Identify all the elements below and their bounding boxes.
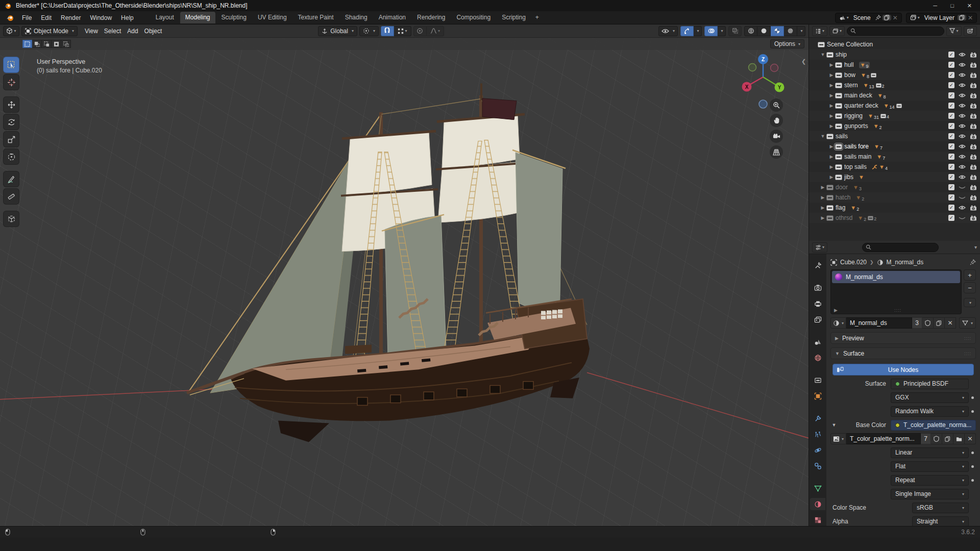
alpha-dropdown[interactable]: Straight▾ <box>912 516 969 527</box>
duplicate-material-icon[interactable] <box>934 317 945 329</box>
annotate-tool[interactable] <box>4 171 19 187</box>
new-scene-icon[interactable] <box>883 15 891 20</box>
expand-arrow-icon[interactable]: ▶ <box>820 195 826 200</box>
expand-arrow-icon[interactable]: ▶ <box>828 113 835 118</box>
slot-list-grip[interactable]: :::: <box>894 308 901 313</box>
tab-scripting[interactable]: Scripting <box>497 12 531 23</box>
expand-arrow-icon[interactable]: ▶ <box>828 93 835 98</box>
breadcrumb-object[interactable]: Cube.020 <box>840 259 867 266</box>
overlays-dropdown[interactable]: ▾ <box>718 26 726 36</box>
outliner-item-label[interactable]: sails main <box>844 153 871 160</box>
tab-render[interactable] <box>810 282 825 294</box>
outliner-item-label[interactable]: rigging <box>844 112 863 119</box>
selectable-checkbox[interactable]: ✓ <box>948 184 954 190</box>
use-nodes-button[interactable]: Use Nodes <box>832 364 974 375</box>
hide-viewport-icon-open[interactable] <box>959 205 966 210</box>
move-tool[interactable] <box>4 97 19 112</box>
add-cube-tool[interactable] <box>4 211 19 227</box>
pivot-point-dropdown[interactable]: ▾ <box>359 26 379 36</box>
disable-render-icon[interactable] <box>970 164 977 170</box>
hide-viewport-icon-open[interactable] <box>959 144 966 149</box>
options-button[interactable]: Options▾ <box>770 39 804 48</box>
outliner-item-label[interactable]: quarter deck <box>844 102 878 109</box>
disable-render-icon[interactable] <box>970 103 977 109</box>
outliner-row-sails[interactable]: ▼sails✓ <box>809 131 980 141</box>
expand-arrow-icon[interactable]: ▶ <box>828 144 835 149</box>
surface-panel-header[interactable]: ▼ Surface :::: <box>830 347 976 359</box>
region-collapse-arrow[interactable]: ❮ <box>801 58 806 65</box>
interpolation-animate-dot[interactable] <box>971 452 974 454</box>
menu-window[interactable]: Window <box>85 13 116 23</box>
select-mode-new-button[interactable] <box>22 40 32 48</box>
outliner-item-label[interactable]: bow <box>844 71 855 79</box>
select-mode-extend-button[interactable] <box>32 40 42 48</box>
tab-modifiers[interactable] <box>810 412 825 424</box>
selectable-checkbox[interactable]: ✓ <box>948 103 954 109</box>
menu-view[interactable]: View <box>82 27 101 36</box>
pan-button[interactable] <box>770 114 783 127</box>
overlays-toggle[interactable] <box>704 26 718 36</box>
hide-viewport-icon-open[interactable] <box>959 72 966 78</box>
disable-render-icon[interactable] <box>970 134 977 139</box>
scene-icon[interactable]: ▾ <box>838 14 850 21</box>
expand-arrow-icon[interactable]: ▶ <box>828 174 835 180</box>
shading-wireframe-button[interactable] <box>744 26 757 36</box>
select-mode-subtract-button[interactable] <box>42 40 52 48</box>
outliner-row-gunports[interactable]: ▶gunports▼2✓ <box>809 121 980 131</box>
material-name-field[interactable]: M_normal_ds <box>846 317 912 329</box>
xray-toggle[interactable] <box>728 26 742 36</box>
snap-toggle[interactable] <box>381 26 394 36</box>
rotate-tool[interactable] <box>4 114 19 130</box>
browse-image-button[interactable]: ▾ <box>830 433 846 444</box>
disable-render-icon[interactable] <box>970 113 977 119</box>
unlink-image-icon[interactable]: ✕ <box>965 433 976 444</box>
outliner-item-label[interactable]: main deck <box>844 92 872 99</box>
material-slot-list[interactable]: M_normal_ds ▶ :::: <box>830 269 962 314</box>
selectable-checkbox[interactable]: ✓ <box>948 72 954 78</box>
expand-arrow-icon[interactable]: ▶ <box>828 83 835 88</box>
outliner-editor-type-button[interactable]: ▾ <box>812 26 827 36</box>
tab-object-data[interactable] <box>810 482 825 494</box>
navigation-gizmo[interactable]: Z X Y <box>735 49 791 110</box>
expand-arrow-icon[interactable]: ▶ <box>820 215 826 220</box>
expand-arrow-icon[interactable]: ▼ <box>820 52 826 57</box>
tab-texture[interactable] <box>810 514 825 526</box>
cursor-tool[interactable] <box>4 74 19 90</box>
new-collection-button[interactable] <box>964 26 977 36</box>
distribution-animate-dot[interactable] <box>971 396 974 399</box>
properties-options-dropdown[interactable]: ▾ <box>974 244 977 250</box>
expand-arrow-icon[interactable]: ▶ <box>820 185 826 190</box>
tab-rendering[interactable]: Rendering <box>412 12 450 23</box>
outliner-row-sails-fore[interactable]: ▶sails fore▼7✓ <box>809 141 980 152</box>
zoom-button[interactable] <box>770 98 783 112</box>
remove-slot-button[interactable]: − <box>964 282 976 293</box>
shading-dropdown[interactable]: ▾ <box>797 26 805 36</box>
hide-viewport-icon-open[interactable] <box>959 134 966 139</box>
distribution-dropdown[interactable]: GGX▾ <box>891 392 969 403</box>
projection-animate-dot[interactable] <box>971 465 974 468</box>
hide-viewport-icon-closed[interactable] <box>959 185 966 190</box>
select-mode-invert-button[interactable] <box>52 40 61 48</box>
source-dropdown[interactable]: Single Image▾ <box>891 489 969 499</box>
selectable-checkbox[interactable]: ✓ <box>948 143 954 149</box>
projection-dropdown[interactable]: Flat▾ <box>891 461 969 472</box>
selectable-checkbox[interactable]: ✓ <box>948 164 954 170</box>
proportional-falloff-dropdown[interactable]: ▾ <box>427 26 444 36</box>
selectable-checkbox[interactable]: ✓ <box>948 52 954 58</box>
outliner-item-label[interactable]: ship <box>836 51 847 58</box>
disable-render-icon[interactable] <box>970 174 977 180</box>
disable-render-icon[interactable] <box>970 205 977 211</box>
disable-render-icon[interactable] <box>970 52 977 58</box>
viewport-3d[interactable]: Options▾ <box>0 38 808 526</box>
outliner-row-stern[interactable]: ▶stern▼132✓ <box>809 80 980 90</box>
tab-world[interactable] <box>810 352 825 364</box>
disable-render-icon[interactable] <box>970 123 977 129</box>
hide-viewport-icon-open[interactable] <box>959 103 966 108</box>
image-name-field[interactable]: T_color_palette_norm... <box>846 433 921 444</box>
tab-scene[interactable] <box>810 336 825 348</box>
base-color-expander[interactable]: ▼ <box>830 422 838 428</box>
selectable-checkbox[interactable]: ✓ <box>948 194 954 201</box>
expand-arrow-icon[interactable]: ▶ <box>828 103 835 108</box>
subsurface-method-dropdown[interactable]: Random Walk▾ <box>891 406 969 417</box>
scale-tool[interactable] <box>4 132 19 147</box>
